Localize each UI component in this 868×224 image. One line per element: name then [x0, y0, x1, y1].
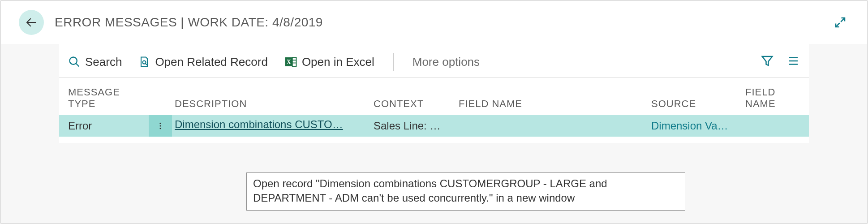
col-description[interactable]: DESCRIPTION — [172, 98, 374, 110]
more-vertical-icon — [156, 120, 165, 132]
col-context[interactable]: CONTEXT — [374, 98, 459, 110]
svg-rect-9 — [292, 57, 296, 66]
search-icon — [68, 56, 81, 68]
col-field-name-1[interactable]: FIELD NAME — [459, 98, 651, 110]
col-source[interactable]: SOURCE — [651, 98, 745, 110]
panel: Search Open Related Record — [59, 44, 809, 143]
open-in-excel-button[interactable]: X Open in Excel — [284, 55, 374, 69]
titlebar: ERROR MESSAGES | WORK DATE: 4/8/2019 — [1, 1, 867, 44]
svg-point-18 — [160, 128, 161, 129]
toolbar-right — [761, 54, 800, 69]
col-field-name-2[interactable]: FIELD NAME — [745, 86, 800, 110]
svg-marker-12 — [762, 56, 773, 65]
filter-icon — [761, 54, 774, 68]
svg-line-1 — [841, 18, 845, 22]
tooltip: Open record "Dimension combinations CUST… — [246, 172, 685, 211]
arrow-left-icon — [25, 16, 38, 29]
table-header: MESSAGE TYPE DESCRIPTION CONTEXT FIELD N… — [59, 78, 809, 115]
svg-line-2 — [836, 23, 840, 27]
search-label: Search — [85, 55, 122, 69]
svg-line-6 — [146, 64, 147, 65]
search-button[interactable]: Search — [68, 55, 122, 69]
excel-icon: X — [284, 55, 297, 69]
document-search-icon — [138, 56, 150, 68]
toolbar-divider — [393, 53, 394, 71]
row-actions-button[interactable] — [149, 115, 172, 137]
svg-point-3 — [70, 57, 77, 65]
expand-icon — [834, 16, 847, 29]
list-icon — [786, 54, 800, 68]
svg-point-17 — [160, 125, 161, 127]
cell-description[interactable]: Dimension combinations CUSTO… — [172, 118, 374, 134]
more-options-button[interactable]: More options — [413, 55, 480, 69]
open-related-label: Open Related Record — [155, 55, 267, 69]
filter-button[interactable] — [761, 54, 774, 69]
svg-text:X: X — [287, 59, 291, 65]
cell-source[interactable]: Dimension Va… — [651, 120, 745, 132]
table-row[interactable]: Error Dimension combinations CUSTO… Sale… — [59, 115, 809, 137]
col-message-type[interactable]: MESSAGE TYPE — [68, 86, 149, 110]
cell-context: Sales Line: … — [374, 120, 459, 132]
svg-point-16 — [160, 123, 161, 124]
open-related-record-button[interactable]: Open Related Record — [138, 55, 267, 69]
back-button[interactable] — [19, 10, 44, 35]
open-excel-label: Open in Excel — [302, 55, 374, 69]
toolbar: Search Open Related Record — [59, 44, 809, 78]
description-link[interactable]: Dimension combinations CUSTO… — [175, 118, 343, 131]
svg-line-4 — [76, 64, 79, 67]
list-view-button[interactable] — [786, 54, 800, 69]
page-title: ERROR MESSAGES | WORK DATE: 4/8/2019 — [55, 15, 323, 30]
cell-message-type: Error — [68, 120, 149, 132]
error-table: MESSAGE TYPE DESCRIPTION CONTEXT FIELD N… — [59, 78, 809, 143]
expand-button[interactable] — [831, 13, 849, 31]
